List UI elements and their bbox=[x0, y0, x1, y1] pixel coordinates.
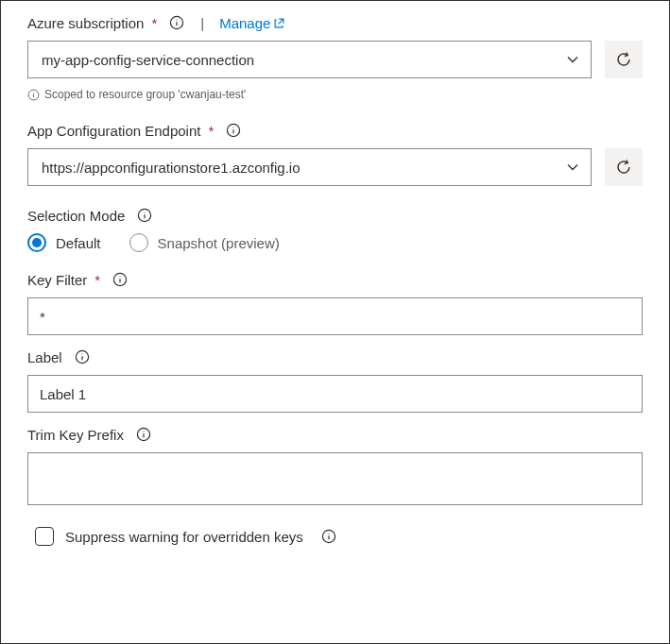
radio-default-label: Default bbox=[56, 235, 101, 251]
selection-mode-label-row: Selection Mode bbox=[27, 207, 643, 224]
required-asterisk: * bbox=[94, 272, 100, 288]
azure-subscription-label: Azure subscription bbox=[27, 15, 144, 31]
svg-point-8 bbox=[233, 127, 234, 127]
azure-subscription-field: Azure subscription * | Manage my-app-con… bbox=[27, 14, 643, 101]
svg-point-5 bbox=[33, 92, 34, 93]
app-config-endpoint-field: App Configuration Endpoint * https://app… bbox=[27, 122, 643, 186]
radio-snapshot[interactable]: Snapshot (preview) bbox=[129, 233, 280, 252]
azure-subscription-helper-text: Scoped to resource group 'cwanjau-test' bbox=[44, 88, 246, 101]
radio-default[interactable]: Default bbox=[27, 233, 101, 252]
external-link-icon bbox=[274, 18, 284, 28]
label-field: Label bbox=[27, 348, 643, 413]
app-config-endpoint-label-row: App Configuration Endpoint * bbox=[27, 122, 643, 139]
radio-icon-selected bbox=[27, 233, 46, 252]
svg-line-3 bbox=[279, 19, 283, 24]
info-icon[interactable] bbox=[74, 348, 91, 365]
svg-point-20 bbox=[143, 431, 144, 432]
key-filter-label-row: Key Filter * bbox=[27, 271, 643, 288]
info-icon[interactable] bbox=[136, 207, 153, 224]
azure-subscription-label-row: Azure subscription * | Manage bbox=[27, 14, 643, 31]
trim-prefix-field: Trim Key Prefix bbox=[27, 426, 643, 508]
label-field-label-row: Label bbox=[27, 348, 643, 365]
label-field-label: Label bbox=[27, 349, 62, 365]
info-icon[interactable] bbox=[320, 528, 337, 545]
config-panel: Azure subscription * | Manage my-app-con… bbox=[0, 0, 670, 644]
suppress-warning-checkbox[interactable] bbox=[35, 527, 54, 546]
key-filter-field: Key Filter * bbox=[27, 271, 643, 335]
info-icon[interactable] bbox=[135, 426, 152, 443]
required-asterisk: * bbox=[151, 15, 157, 31]
app-config-endpoint-label: App Configuration Endpoint bbox=[27, 123, 200, 139]
azure-subscription-select[interactable]: my-app-config-service-connection bbox=[27, 41, 592, 78]
trim-prefix-input[interactable] bbox=[27, 452, 643, 505]
required-asterisk: * bbox=[208, 123, 214, 139]
svg-point-14 bbox=[120, 276, 121, 277]
chevron-down-icon bbox=[555, 161, 591, 174]
suppress-warning-label: Suppress warning for overridden keys bbox=[65, 529, 303, 545]
info-icon[interactable] bbox=[112, 271, 129, 288]
key-filter-label: Key Filter bbox=[27, 272, 87, 288]
label-input[interactable] bbox=[27, 375, 643, 413]
trim-prefix-label: Trim Key Prefix bbox=[27, 427, 124, 443]
radio-icon-unselected bbox=[129, 233, 148, 252]
key-filter-input[interactable] bbox=[27, 297, 643, 335]
app-config-endpoint-value: https://appconfigurationstore1.azconfig.… bbox=[28, 160, 555, 176]
trim-prefix-label-row: Trim Key Prefix bbox=[27, 426, 643, 443]
radio-snapshot-label: Snapshot (preview) bbox=[158, 235, 280, 251]
azure-subscription-control-row: my-app-config-service-connection bbox=[27, 41, 643, 78]
refresh-button[interactable] bbox=[605, 41, 643, 78]
app-config-endpoint-select[interactable]: https://appconfigurationstore1.azconfig.… bbox=[27, 148, 592, 186]
selection-mode-field: Selection Mode Default Snapshot (preview… bbox=[27, 207, 643, 252]
manage-link[interactable]: Manage bbox=[219, 15, 284, 31]
manage-link-text: Manage bbox=[219, 15, 270, 31]
selection-mode-radios: Default Snapshot (preview) bbox=[27, 233, 643, 252]
label-divider: | bbox=[200, 15, 204, 31]
chevron-down-icon bbox=[555, 53, 591, 66]
app-config-endpoint-control-row: https://appconfigurationstore1.azconfig.… bbox=[27, 148, 643, 186]
selection-mode-label: Selection Mode bbox=[27, 208, 125, 224]
svg-point-17 bbox=[81, 353, 82, 354]
info-icon[interactable] bbox=[225, 122, 242, 139]
azure-subscription-helper: Scoped to resource group 'cwanjau-test' bbox=[27, 88, 643, 101]
svg-point-23 bbox=[328, 533, 329, 534]
svg-point-11 bbox=[145, 212, 146, 212]
azure-subscription-value: my-app-config-service-connection bbox=[28, 52, 555, 68]
refresh-button[interactable] bbox=[605, 148, 643, 186]
info-icon[interactable] bbox=[168, 14, 185, 31]
suppress-warning-row: Suppress warning for overridden keys bbox=[35, 527, 643, 546]
svg-point-1 bbox=[177, 19, 178, 20]
